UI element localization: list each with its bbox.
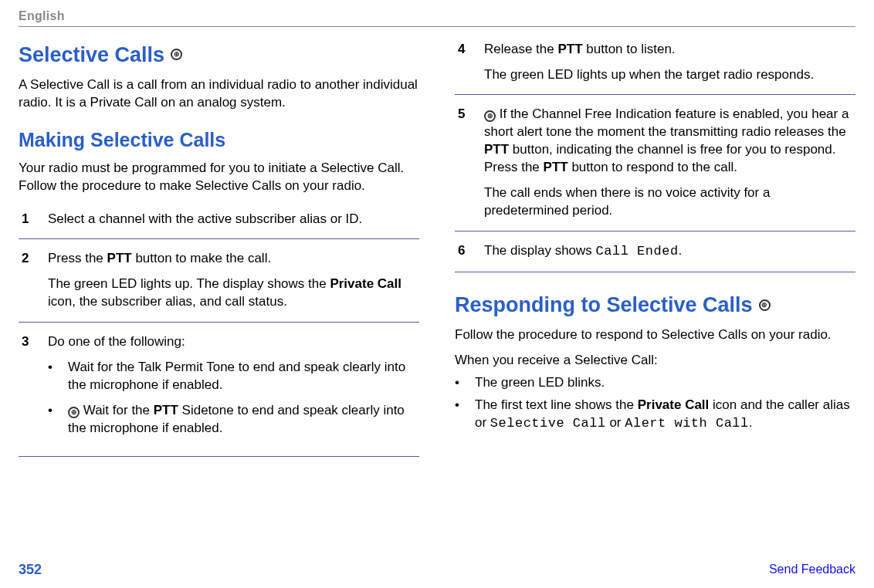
- step-text: The green LED lights up when the target …: [484, 66, 852, 84]
- intro-paragraph: A Selective Call is a call from an indiv…: [19, 76, 419, 112]
- heading-text: Selective Calls: [19, 41, 164, 69]
- text-fragment: Wait for the: [80, 403, 154, 417]
- heading-selective-calls: Selective Calls ⊕: [19, 41, 419, 69]
- text-fragment: button to make the call.: [132, 251, 272, 265]
- bold-text: Private Call: [638, 397, 710, 412]
- step-text: ⊕ If the Channel Free Indication feature…: [484, 106, 852, 177]
- intro-paragraph: When you receive a Selective Call:: [455, 352, 855, 370]
- step-text: The green LED lights up. The display sho…: [48, 275, 416, 311]
- step-body: Release the PTT button to listen. The gr…: [484, 41, 852, 84]
- page-number: 352: [19, 560, 42, 579]
- text-fragment: button to listen.: [583, 42, 676, 56]
- list-item: • The green LED blinks.: [455, 374, 855, 392]
- text-fragment: Release the: [484, 42, 557, 56]
- bold-text: PTT: [484, 142, 509, 157]
- step-text: Do one of the following:: [48, 333, 416, 351]
- text-fragment: The first text line shows the: [475, 397, 638, 412]
- text-fragment: .: [749, 415, 753, 430]
- step-text: The call ends when there is no voice act…: [484, 184, 852, 220]
- step-item: 5 ⊕ If the Channel Free Indication featu…: [455, 95, 855, 231]
- step-text: Release the PTT button to listen.: [484, 41, 852, 59]
- step-item: 4 Release the PTT button to listen. The …: [455, 41, 855, 96]
- step-text: Press the PTT button to make the call.: [48, 250, 416, 268]
- step-text: The display shows Call Ended.: [484, 242, 852, 261]
- step-item: 2 Press the PTT button to make the call.…: [19, 239, 419, 323]
- step-body: The display shows Call Ended.: [484, 242, 852, 261]
- bullet-list: • Wait for the Talk Permit Tone to end a…: [48, 359, 416, 438]
- step-number: 2: [22, 250, 36, 311]
- bullet-text: ⊕ Wait for the PTT Sidetone to end and s…: [68, 402, 416, 438]
- bullet-dot: •: [48, 402, 59, 438]
- content-columns: Selective Calls ⊕ A Selective Call is a …: [19, 41, 855, 457]
- radio-icon: ⊕: [484, 110, 496, 122]
- step-text: Select a channel with the active subscri…: [48, 211, 416, 228]
- step-item: 3 Do one of the following: • Wait for th…: [19, 323, 419, 457]
- list-item: • Wait for the Talk Permit Tone to end a…: [48, 359, 416, 394]
- text-fragment: button to respond to the call.: [568, 160, 737, 174]
- bullet-dot: •: [455, 374, 466, 392]
- step-body: Do one of the following: • Wait for the …: [48, 333, 416, 445]
- bullet-text: The first text line shows the Private Ca…: [475, 397, 855, 433]
- bullet-text: Wait for the Talk Permit Tone to end and…: [68, 359, 416, 394]
- intro-paragraph: Follow the procedure to respond to Selec…: [455, 326, 855, 344]
- bullet-dot: •: [48, 359, 59, 394]
- text-fragment: The display shows: [484, 243, 596, 258]
- list-item: • ⊕ Wait for the PTT Sidetone to end and…: [48, 402, 416, 438]
- bold-text: PTT: [557, 42, 582, 56]
- text-fragment: or: [606, 415, 625, 430]
- step-number: 6: [458, 242, 472, 261]
- text-fragment: The green LED lights up. The display sho…: [48, 276, 330, 291]
- right-column: 4 Release the PTT button to listen. The …: [455, 41, 855, 457]
- send-feedback-link[interactable]: Send Feedback: [769, 561, 855, 578]
- radio-icon: ⊕: [68, 407, 80, 418]
- step-number: 4: [458, 41, 472, 84]
- step-body: Press the PTT button to make the call. T…: [48, 250, 416, 311]
- text-fragment: Press the: [48, 251, 107, 265]
- radio-icon: ⊕: [171, 49, 182, 60]
- mono-text: Alert with Call: [625, 416, 749, 431]
- intro-paragraph-2: Your radio must be programmed for you to…: [19, 160, 419, 195]
- language-label: English: [19, 8, 855, 25]
- text-fragment: icon, the subscriber alias, and call sta…: [48, 294, 287, 309]
- bold-text: PTT: [154, 403, 178, 417]
- step-number: 3: [22, 333, 36, 445]
- step-number: 5: [458, 106, 472, 220]
- heading-text: Responding to Selective Calls: [455, 291, 753, 319]
- step-body: Select a channel with the active subscri…: [48, 211, 416, 228]
- heading-making-selective-calls: Making Selective Calls: [19, 127, 419, 154]
- mono-text: Call Ended: [596, 244, 679, 259]
- radio-icon: ⊕: [759, 299, 771, 311]
- step-item: 6 The display shows Call Ended.: [455, 231, 855, 272]
- text-fragment: .: [679, 243, 683, 258]
- step-number: 1: [22, 211, 36, 228]
- left-column: Selective Calls ⊕ A Selective Call is a …: [19, 41, 419, 457]
- bullet-list: • The green LED blinks. • The first text…: [455, 374, 855, 433]
- heading-responding: Responding to Selective Calls ⊕: [455, 291, 855, 319]
- bold-text: Private Call: [330, 276, 401, 291]
- step-item: 1 Select a channel with the active subsc…: [19, 200, 419, 240]
- page-footer: 352 Send Feedback: [19, 560, 855, 579]
- step-body: ⊕ If the Channel Free Indication feature…: [484, 106, 852, 220]
- list-item: • The first text line shows the Private …: [455, 397, 855, 433]
- bullet-dot: •: [455, 397, 466, 433]
- top-divider: [19, 26, 855, 27]
- bold-text: PTT: [107, 251, 132, 265]
- mono-text: Selective Call: [490, 416, 606, 431]
- text-fragment: If the Channel Free Indication feature i…: [484, 106, 849, 139]
- bullet-text: The green LED blinks.: [475, 374, 605, 392]
- bold-text: PTT: [544, 160, 568, 174]
